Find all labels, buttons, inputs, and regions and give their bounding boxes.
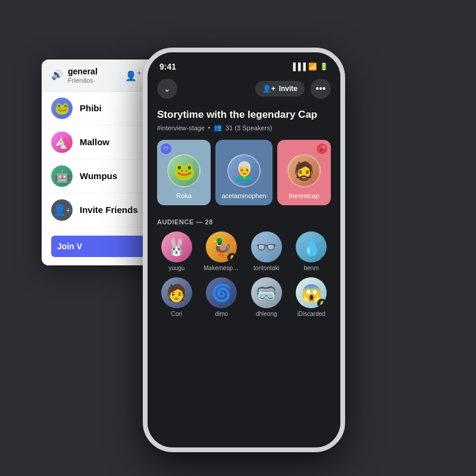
popup-header-left: 🔊 general Friendos (51, 67, 119, 84)
avatar: 👤+ (51, 199, 73, 221)
stage-info: Storytime with the legendary Cap #interv… (148, 104, 340, 134)
stage-actions: 👤+ Invite ••• (255, 79, 331, 99)
phone-screen: 9:41 ▐▐▐ 📶 🔋 ⌄ 👤+ Invite ••• Storytime w… (148, 52, 340, 447)
avatar: 🦆✋ (206, 231, 237, 262)
avatar: 🐸 (51, 98, 73, 119)
speaker-card-roka[interactable]: 🛡 🐸 Roka (157, 140, 211, 205)
speaker-name: Roka (176, 192, 192, 199)
mod-badge: 🛡 (161, 143, 171, 154)
online-indicator (321, 256, 327, 262)
collapse-button[interactable]: ⌄ (157, 79, 177, 99)
member-name: Makemespe... (203, 265, 239, 271)
wifi-icon: 📶 (308, 62, 317, 71)
speakers-grid: 🛡 🐸 Roka 👨‍🦳 acetaminophen 🎤 🧔 therealca… (148, 134, 340, 211)
member-name: benm (304, 265, 319, 271)
avatar: 🧑 (161, 277, 192, 308)
audience-member-yuugu[interactable]: 🐰 yuugu (157, 231, 196, 271)
member-name: Cori (171, 311, 182, 317)
member-name: Phibi (80, 103, 102, 113)
listener-count: 31 (3 Speakers) (226, 124, 272, 131)
hand-raise-badge: ✋ (227, 253, 237, 262)
member-name: tontontaki (253, 265, 279, 271)
phone-mockup: 9:41 ▐▐▐ 📶 🔋 ⌄ 👤+ Invite ••• Storytime w… (143, 48, 345, 452)
add-user-icon[interactable]: 👤+ (125, 68, 142, 82)
speaker-name: acetaminophen (221, 192, 266, 199)
member-name: dhleong (256, 311, 277, 317)
member-name: Mallow (80, 137, 109, 147)
audience-member-makemespe[interactable]: 🦆✋ Makemespe... (202, 231, 242, 271)
popup-channel-name: general (68, 67, 98, 77)
status-time: 9:41 (159, 62, 176, 71)
audience-icon: 👥 (214, 124, 222, 131)
audience-member-dimo[interactable]: 🌀 dimo (202, 277, 242, 317)
avatar: 👓 (251, 231, 282, 262)
member-name: yuugu (168, 265, 184, 271)
member-name: iDiscarded (298, 311, 325, 317)
invite-friends-label[interactable]: Invite Friends (80, 205, 138, 215)
separator-dot (208, 127, 210, 129)
stage-header: ⌄ 👤+ Invite ••• (148, 74, 340, 104)
avatar: 🥽 (251, 277, 282, 308)
member-name: Wumpus (80, 171, 117, 181)
stage-meta: #interview-stage 👥 31 (3 Speakers) (157, 124, 331, 131)
avatar: 🐸 (167, 154, 201, 187)
popup-channel-info: general Friendos (68, 67, 98, 84)
invite-button[interactable]: 👤+ Invite (255, 81, 305, 96)
member-name: dimo (215, 311, 228, 317)
speaker-card-therealcap[interactable]: 🎤 🧔 therealcap (277, 140, 331, 205)
mute-badge: 🎤 (317, 143, 327, 154)
audience-member-idiscarded[interactable]: 😱✋ iDiscarded (292, 277, 331, 317)
avatar: 🤖 (51, 165, 73, 187)
avatar: 😱✋ (296, 277, 327, 308)
phone-notch (208, 52, 280, 68)
invite-label: Invite (279, 84, 298, 93)
speaker-name: therealcap (289, 192, 319, 199)
audience-label: AUDIENCE — 28 (157, 218, 331, 226)
avatar: 🧔 (287, 154, 321, 187)
battery-icon: 🔋 (320, 62, 328, 71)
avatar: 🌀 (206, 277, 237, 308)
speaker-card-acetaminophen[interactable]: 👨‍🦳 acetaminophen (215, 140, 272, 205)
audience-member-dhleong[interactable]: 🥽 dhleong (247, 277, 286, 317)
stage-channel: #interview-stage (157, 124, 205, 131)
audience-member-benm[interactable]: 💧 benm (292, 231, 331, 271)
status-icons: ▐▐▐ 📶 🔋 (290, 62, 328, 71)
avatar: 👨‍🦳 (227, 154, 261, 187)
audience-section: AUDIENCE — 28 🐰 yuugu 🦆✋ Makemespe... 👓 … (148, 211, 340, 317)
hand-raise-badge: ✋ (317, 299, 327, 308)
audience-member-cori[interactable]: 🧑 Cori (157, 277, 196, 317)
popup-server-name: Friendos (68, 77, 98, 84)
audience-member-tontontaki[interactable]: 👓 tontontaki (247, 231, 286, 271)
invite-icon: 👤+ (262, 84, 275, 93)
stage-title: Storytime with the legendary Cap (157, 108, 331, 121)
speaker-icon: 🔊 (51, 69, 63, 81)
signal-icon: ▐▐▐ (290, 62, 306, 71)
avatar: 🐰 (161, 231, 192, 262)
avatar: 🦄 (51, 131, 73, 153)
avatar: 💧 (296, 231, 327, 262)
audience-grid: 🐰 yuugu 🦆✋ Makemespe... 👓 tontontaki 💧 b… (157, 231, 331, 317)
more-options-button[interactable]: ••• (311, 79, 331, 99)
